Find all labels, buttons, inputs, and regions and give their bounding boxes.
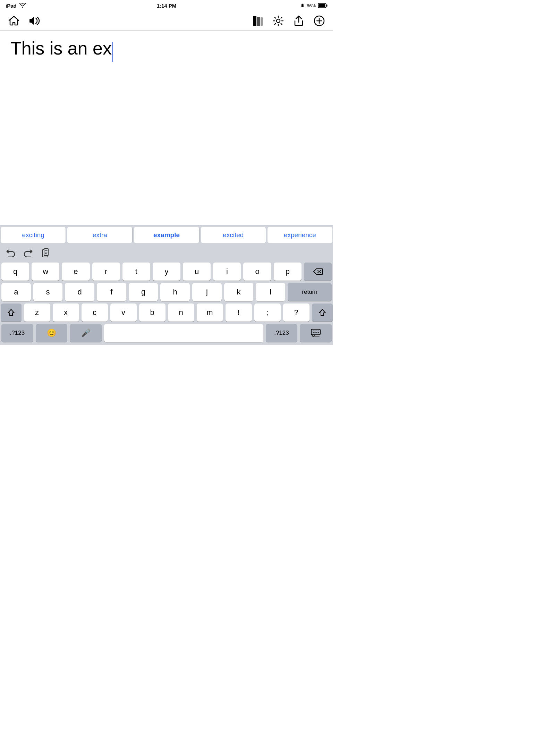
autocomplete-experience[interactable]: experience [268,227,332,243]
key-o[interactable]: o [243,263,271,281]
key-n[interactable]: n [168,304,194,322]
home-icon[interactable] [8,16,19,26]
key-i[interactable]: i [213,263,241,281]
keyboard-row-1: q w e r t y u i o p [0,263,333,281]
svg-rect-2 [326,5,328,7]
key-x[interactable]: x [53,304,79,322]
autocomplete-extra[interactable]: extra [67,227,133,243]
sound-icon[interactable] [29,16,40,26]
key-y[interactable]: y [153,263,180,281]
battery-label: 86% [307,3,316,8]
key-shift-right[interactable] [312,304,333,322]
svg-rect-5 [261,17,263,26]
key-numbers-left[interactable]: .?123 [1,324,33,342]
undo-icon[interactable] [6,249,15,259]
edit-toolbar-row [0,247,333,263]
svg-rect-1 [319,4,325,7]
key-h[interactable]: h [160,283,190,301]
settings-icon[interactable] [273,15,284,26]
key-question[interactable]: ? [283,304,309,322]
keyboard-row-3: z x c v b n m ! ; ? [0,304,333,322]
key-semicolon[interactable]: ; [254,304,281,322]
status-time: 1:14 PM [157,3,177,9]
svg-rect-4 [257,17,260,26]
add-icon[interactable] [314,15,325,26]
books-icon[interactable] [252,15,263,26]
key-l[interactable]: l [256,283,285,301]
key-s[interactable]: s [33,283,63,301]
key-return[interactable]: return [288,283,332,301]
key-microphone[interactable]: 🎤 [70,324,102,342]
key-v[interactable]: v [110,304,137,322]
wifi-icon [19,3,26,9]
keyboard: q w e r t y u i o p a s d f g h j k l re… [0,244,333,345]
editor-text: This is an ex [10,38,112,58]
key-u[interactable]: u [183,263,211,281]
key-g[interactable]: g [129,283,158,301]
key-t[interactable]: t [122,263,150,281]
key-c[interactable]: c [82,304,108,322]
key-shift-left[interactable] [1,304,22,322]
keyboard-row-4: .?123 😊 🎤 .?123 [0,324,333,345]
app-toolbar [0,11,333,31]
svg-rect-10 [311,329,320,335]
key-numbers-right[interactable]: .?123 [266,324,298,342]
bluetooth-icon: ✱ [300,3,305,8]
key-hide-keyboard[interactable] [300,324,332,342]
key-w[interactable]: w [32,263,59,281]
autocomplete-exciting[interactable]: exciting [1,227,66,243]
text-cursor [112,42,113,62]
key-r[interactable]: r [92,263,120,281]
autocomplete-example[interactable]: example [134,227,199,243]
share-icon[interactable] [294,15,304,26]
ipad-label: iPad [6,3,17,9]
key-delete[interactable] [304,263,332,281]
key-q[interactable]: q [1,263,29,281]
key-emoji[interactable]: 😊 [36,324,68,342]
status-bar: iPad 1:14 PM ✱ 86% [0,0,333,11]
key-e[interactable]: e [62,263,90,281]
key-d[interactable]: d [65,283,94,301]
redo-icon[interactable] [24,249,33,259]
key-b[interactable]: b [139,304,166,322]
autocomplete-excited[interactable]: excited [201,227,266,243]
battery-icon [318,3,328,8]
key-space[interactable] [104,324,263,342]
key-m[interactable]: m [197,304,223,322]
key-a[interactable]: a [1,283,31,301]
svg-point-6 [277,19,280,23]
editor-area[interactable]: This is an ex [0,31,333,225]
key-exclaim[interactable]: ! [226,304,252,322]
paste-icon[interactable] [42,248,51,260]
keyboard-row-2: a s d f g h j k l return [0,283,333,301]
key-f[interactable]: f [97,283,126,301]
key-k[interactable]: k [224,283,254,301]
key-z[interactable]: z [24,304,50,322]
key-j[interactable]: j [192,283,222,301]
key-p[interactable]: p [274,263,302,281]
autocomplete-bar: exciting extra example excited experienc… [0,225,333,244]
svg-rect-3 [253,16,256,26]
